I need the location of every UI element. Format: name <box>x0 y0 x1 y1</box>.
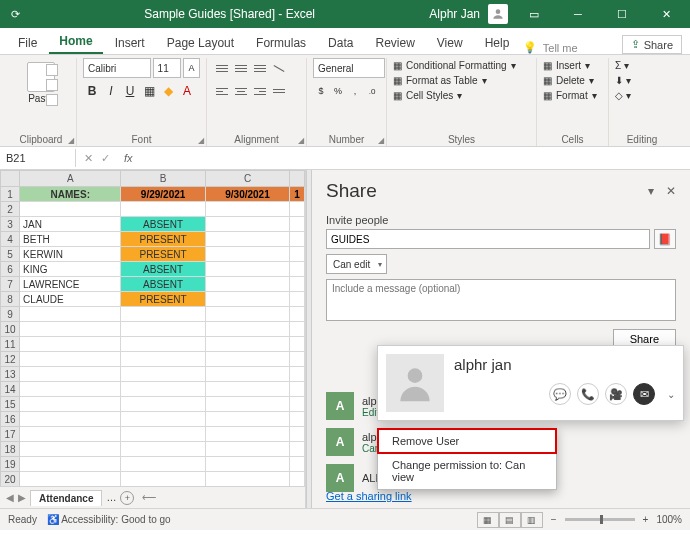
align-left-button[interactable] <box>213 81 231 101</box>
indent-button[interactable] <box>270 81 288 101</box>
comma-button[interactable]: , <box>347 81 363 101</box>
percent-button[interactable]: % <box>330 81 346 101</box>
insert-cells-button[interactable]: ▦ Insert ▾ <box>543 58 602 73</box>
group-editing: Σ ▾ ⬇ ▾ ◇ ▾ Editing <box>609 58 675 146</box>
zoom-in-button[interactable]: + <box>643 514 649 525</box>
account-name[interactable]: Alphr Jan <box>429 7 480 21</box>
col-header[interactable] <box>290 171 305 187</box>
format-cells-button[interactable]: ▦ Format ▾ <box>543 88 602 103</box>
account-avatar-icon[interactable] <box>488 4 508 24</box>
contact-expand-icon[interactable]: ⌄ <box>667 389 675 400</box>
tab-help[interactable]: Help <box>475 32 520 54</box>
align-right-button[interactable] <box>251 81 269 101</box>
fill-color-button[interactable]: ◆ <box>159 81 177 101</box>
video-icon[interactable]: 🎥 <box>605 383 627 405</box>
enter-formula-icon[interactable]: ✓ <box>101 152 110 165</box>
align-middle-button[interactable] <box>232 58 250 78</box>
remove-user-item[interactable]: Remove User <box>378 429 556 453</box>
border-button[interactable]: ▦ <box>140 81 158 101</box>
sheet-tabs: ◀ ▶ Attendance … + ⟵ <box>0 486 305 508</box>
permission-select[interactable]: Can edit <box>326 254 387 274</box>
zoom-slider[interactable] <box>565 518 635 521</box>
fx-icon[interactable]: fx <box>118 152 139 164</box>
invite-input[interactable] <box>326 229 650 249</box>
col-header[interactable]: B <box>121 171 205 187</box>
tab-insert[interactable]: Insert <box>105 32 155 54</box>
tab-view[interactable]: View <box>427 32 473 54</box>
change-permission-item[interactable]: Change permission to: Can view <box>378 453 556 489</box>
tab-nav-prev[interactable]: ◀ <box>6 492 14 503</box>
autosum-button[interactable]: Σ ▾ <box>615 58 669 73</box>
bold-button[interactable]: B <box>83 81 101 101</box>
get-sharing-link[interactable]: Get a sharing link <box>326 490 412 502</box>
share-pane-options-icon[interactable]: ▾ <box>648 184 654 198</box>
worksheet-area: A B C 1NAMES:9/29/20219/30/20211 2 3JANA… <box>0 170 306 508</box>
sheet-tab-active[interactable]: Attendance <box>30 490 102 506</box>
tab-file[interactable]: File <box>8 32 47 54</box>
zoom-out-button[interactable]: − <box>551 514 557 525</box>
address-book-button[interactable]: 📕 <box>654 229 676 249</box>
page-layout-view-button[interactable]: ▤ <box>499 512 521 528</box>
close-button[interactable]: ✕ <box>648 0 684 28</box>
share-button[interactable]: ⇪Share <box>622 35 682 54</box>
person-avatar-icon: A <box>326 464 354 492</box>
font-color-button[interactable]: A <box>178 81 196 101</box>
fill-button[interactable]: ⬇ ▾ <box>615 73 669 88</box>
align-top-button[interactable] <box>213 58 231 78</box>
increase-font-icon[interactable]: A <box>183 58 200 78</box>
cond-fmt-icon: ▦ <box>393 60 402 71</box>
normal-view-button[interactable]: ▦ <box>477 512 499 528</box>
number-format-select[interactable]: General <box>313 58 385 78</box>
accessibility-status[interactable]: ♿ Accessibility: Good to go <box>47 514 171 525</box>
ribbon-display-icon[interactable]: ▭ <box>516 0 552 28</box>
group-styles: ▦Conditional Formatting ▾ ▦Format as Tab… <box>387 58 537 146</box>
chat-icon[interactable]: 💬 <box>549 383 571 405</box>
message-input[interactable] <box>326 279 676 321</box>
currency-button[interactable]: $ <box>313 81 329 101</box>
cell-styles-button[interactable]: ▦Cell Styles ▾ <box>393 88 530 103</box>
underline-button[interactable]: U <box>121 81 139 101</box>
tell-me-icon[interactable]: 💡 <box>523 41 537 54</box>
tab-page-layout[interactable]: Page Layout <box>157 32 244 54</box>
tab-scroll-icon[interactable]: ⟵ <box>142 492 156 503</box>
grid[interactable]: A B C 1NAMES:9/29/20219/30/20211 2 3JANA… <box>0 170 305 486</box>
increase-decimal-button[interactable]: .0 <box>364 81 380 101</box>
col-header[interactable]: C <box>205 171 289 187</box>
share-pane-title: Share <box>326 180 377 202</box>
tell-me-input[interactable]: Tell me <box>543 42 578 54</box>
font-size-select[interactable]: 11 <box>153 58 182 78</box>
tab-data[interactable]: Data <box>318 32 363 54</box>
tab-review[interactable]: Review <box>365 32 424 54</box>
font-name-select[interactable]: Calibri <box>83 58 151 78</box>
group-alignment: Alignment◢ <box>207 58 307 146</box>
select-all-corner[interactable] <box>1 171 20 187</box>
tab-nav-next[interactable]: ▶ <box>18 492 26 503</box>
email-icon[interactable]: ✉ <box>633 383 655 405</box>
format-painter-icon[interactable] <box>46 94 58 106</box>
format-as-table-button[interactable]: ▦Format as Table ▾ <box>393 73 530 88</box>
delete-cells-button[interactable]: ▦ Delete ▾ <box>543 73 602 88</box>
tab-formulas[interactable]: Formulas <box>246 32 316 54</box>
conditional-formatting-button[interactable]: ▦Conditional Formatting ▾ <box>393 58 530 73</box>
cut-icon[interactable] <box>46 64 58 76</box>
tab-more-icon[interactable]: … <box>106 492 116 503</box>
phone-icon[interactable]: 📞 <box>577 383 599 405</box>
align-bottom-button[interactable] <box>251 58 269 78</box>
tab-home[interactable]: Home <box>49 30 102 54</box>
maximize-button[interactable]: ☐ <box>604 0 640 28</box>
clear-button[interactable]: ◇ ▾ <box>615 88 669 103</box>
share-pane-close-icon[interactable]: ✕ <box>666 184 676 198</box>
name-box[interactable]: B21 <box>0 149 76 167</box>
orientation-button[interactable] <box>270 58 288 78</box>
align-center-button[interactable] <box>232 81 250 101</box>
new-sheet-button[interactable]: + <box>120 491 134 505</box>
page-break-view-button[interactable]: ▥ <box>521 512 543 528</box>
autosave-icon[interactable]: ⟳ <box>0 8 30 21</box>
zoom-level[interactable]: 100% <box>656 514 682 525</box>
copy-icon[interactable] <box>46 79 58 91</box>
minimize-button[interactable]: ─ <box>560 0 596 28</box>
italic-button[interactable]: I <box>102 81 120 101</box>
cancel-formula-icon[interactable]: ✕ <box>84 152 93 165</box>
col-header[interactable]: A <box>20 171 121 187</box>
person-avatar-icon: A <box>326 428 354 456</box>
